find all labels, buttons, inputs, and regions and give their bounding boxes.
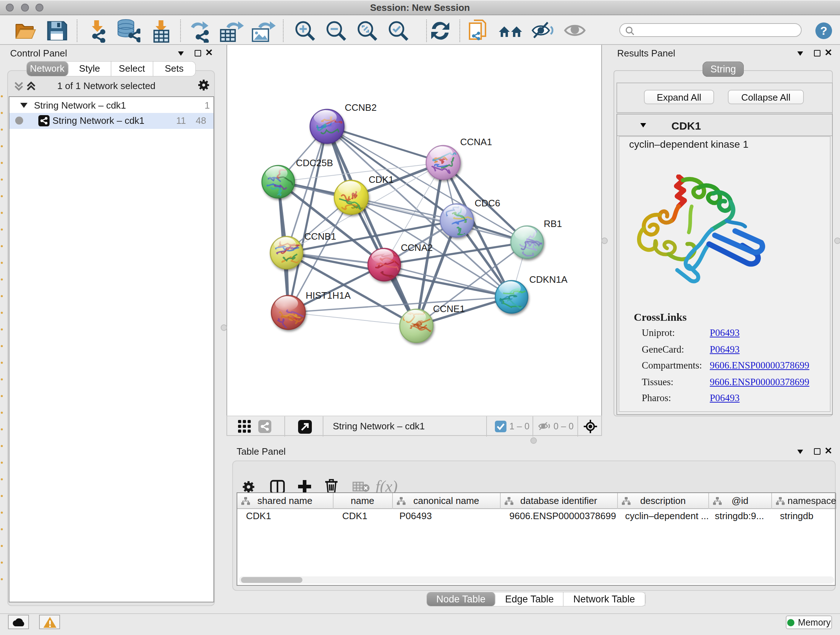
svg-text:RB1: RB1 xyxy=(544,218,562,229)
svg-text:CCNE1: CCNE1 xyxy=(433,303,465,314)
svg-text:CDK1: CDK1 xyxy=(369,174,393,185)
svg-text:HIST1H1A: HIST1H1A xyxy=(306,290,351,301)
svg-text:CCNA2: CCNA2 xyxy=(401,242,433,253)
svg-text:CCNA1: CCNA1 xyxy=(460,136,492,147)
svg-text:CDC6: CDC6 xyxy=(475,198,500,209)
svg-text:?: ? xyxy=(820,24,827,37)
svg-text:CCNB2: CCNB2 xyxy=(345,102,377,113)
svg-text:CCNB1: CCNB1 xyxy=(304,231,336,242)
svg-text:CDKN1A: CDKN1A xyxy=(529,274,568,285)
svg-text:CDC25B: CDC25B xyxy=(296,157,333,168)
